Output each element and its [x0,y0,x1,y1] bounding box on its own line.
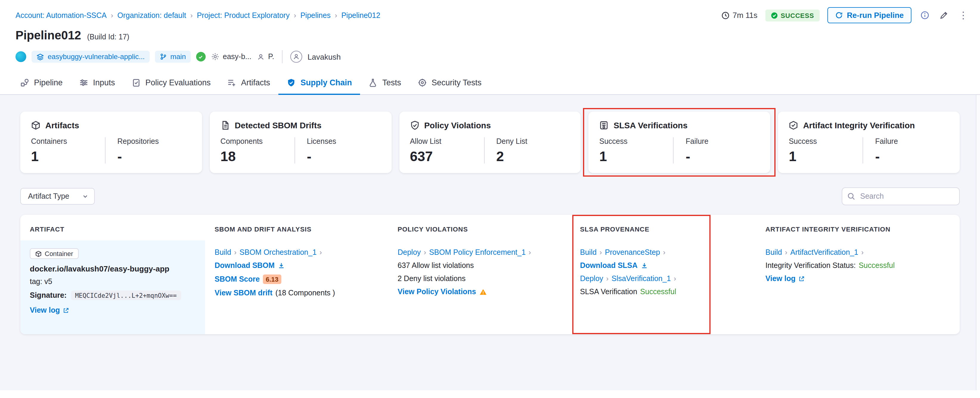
stat-label: Failure [686,137,760,145]
artifact-cell: Container docker.io/lavakush07/easy-bugg… [20,240,205,334]
artifact-tag: tag: v5 [30,278,196,286]
status-badge: SUCCESS [765,9,819,21]
tab-pipeline[interactable]: Pipeline [12,73,71,95]
stat-label: Success [789,137,862,145]
artifacts-tab-icon [228,78,236,87]
chevron-right-icon [674,275,676,282]
kebab-menu-icon[interactable] [957,9,969,21]
signature-value: MEQCICde2Vjl...L+2+mqnOXw== [71,291,181,300]
integrity-status: Successful [859,261,895,270]
user-avatar-icon [290,51,302,63]
tab-supply-chain[interactable]: Supply Chain [278,73,360,95]
download-icon [277,262,285,269]
artifacts-table: ARTIFACT SBOM AND DRIFT ANALYSIS POLICY … [20,215,960,334]
card-slsa-verifications: SLSA Verifications Success 1 Failure - [589,112,770,173]
slsa-verification-status: Successful [640,288,676,296]
download-icon [641,262,648,269]
chevron-right-icon [424,249,426,256]
breadcrumb-organization[interactable]: Organization: default [118,11,186,19]
chevron-right-icon [111,12,113,19]
sbom-score-badge: 6.13 [262,275,282,284]
allow-list-violations: 637 Allow list violations [398,261,561,270]
provenance-step-link[interactable]: ProvenanceStep [605,248,660,257]
policy-step-link[interactable]: SBOM Policy Enforcement_1 [429,248,526,257]
card-artifact-integrity: Artifact Integrity Verification Success … [778,112,960,173]
breadcrumb-pipelines[interactable]: Pipelines [301,11,331,19]
column-header-policy: POLICY VIOLATIONS [388,215,571,240]
sbom-step-link[interactable]: SBOM Orchestration_1 [240,248,317,257]
slsa-verification-step-link[interactable]: SlsaVerification_1 [612,275,671,283]
refresh-icon [835,11,843,19]
inputs-icon [79,78,88,87]
column-header-artifact: ARTIFACT [20,215,205,240]
chevron-right-icon [190,12,192,19]
external-link-icon [63,307,70,313]
repository-icon [37,53,44,61]
chevron-right-icon [529,249,531,256]
breadcrumb-pipeline012[interactable]: Pipeline012 [341,11,380,19]
policy-evaluations-icon [132,78,141,87]
deny-list-violations: 2 Deny list violations [398,275,561,283]
tab-policy-evaluations[interactable]: Policy Evaluations [123,73,219,95]
divider [282,50,283,63]
integrity-cell: Build ArtifactVerification_1 Integrity V… [756,240,960,334]
scrollbar-track[interactable] [976,95,980,390]
slsa-build-stage-link[interactable]: Build [580,248,597,257]
summary-cards: Artifacts Containers 1 Repositories - [20,112,960,173]
check-circle-icon [770,12,778,19]
header: Account: Automation-SSCA Organization: d… [0,0,980,95]
tab-security-tests[interactable]: Security Tests [409,73,490,95]
card-title: Detected SBOM Drifts [235,120,321,130]
artifact-type-select[interactable]: Artifact Type [20,188,95,205]
stat-value: - [875,150,949,163]
view-log-link[interactable]: View log [30,306,60,315]
search-input[interactable] [842,187,960,205]
view-log-link[interactable]: View log [765,275,795,283]
search-box [842,187,960,205]
policy-stage-link[interactable]: Deploy [398,248,421,257]
slsa-deploy-stage-link[interactable]: Deploy [580,275,603,283]
chevron-right-icon [600,249,602,256]
stat-value: 1 [789,150,862,163]
execution-duration: 7m 11s [721,11,757,20]
rerun-pipeline-button[interactable]: Re-run Pipeline [827,7,912,23]
integrity-stage-link[interactable]: Build [765,248,782,257]
slsa-verification-label: SLSA Verification [580,288,637,296]
chevron-right-icon [785,249,788,256]
edit-icon[interactable] [938,10,950,21]
stat-value: 637 [410,150,484,163]
view-policy-violations-link[interactable]: View Policy Violations [398,288,476,296]
stat-label: Licenses [307,137,380,145]
tab-artifacts[interactable]: Artifacts [219,73,279,95]
artifacts-card-icon [31,120,41,130]
slsa-cell: Build ProvenanceStep Download SLSA Deplo… [571,240,756,334]
chevron-down-icon [83,193,89,199]
stat-label: Repositories [118,137,191,145]
signature-label: Signature: [30,291,67,299]
integrity-step-link[interactable]: ArtifactVerification_1 [791,248,858,257]
tab-inputs[interactable]: Inputs [71,73,123,95]
trigger-icon [257,53,264,61]
chevron-right-icon [663,249,665,256]
download-sbom-link[interactable]: Download SBOM [215,261,275,270]
stat-label: Failure [875,137,949,145]
info-icon[interactable] [919,10,931,21]
column-header-slsa: SLSA PROVENANCE [571,215,756,240]
sbom-score-link[interactable]: SBOM Score [215,275,259,283]
artifact-image-name: docker.io/lavakush07/easy-buggy-app [30,264,196,273]
page-title: Pipeline012 [16,29,81,42]
download-slsa-link[interactable]: Download SLSA [580,261,638,270]
sbom-stage-link[interactable]: Build [215,248,231,257]
branch-chip[interactable]: main [155,51,191,63]
view-sbom-drift-link[interactable]: View SBOM drift [215,289,272,297]
column-header-sbom: SBOM AND DRIFT ANALYSIS [205,215,388,240]
card-title: Artifacts [45,120,79,130]
breadcrumb-project[interactable]: Project: Product Exploratory [197,11,290,19]
tab-tests[interactable]: Tests [360,73,409,95]
clock-icon [721,11,730,19]
container-type-badge: Container [30,248,78,259]
stat-label: Success [600,137,673,145]
breadcrumb-account[interactable]: Account: Automation-SSCA [16,11,107,19]
repo-chip[interactable]: easybuggy-vulnerable-applic... [32,51,150,63]
stat-value: 1 [600,150,673,163]
